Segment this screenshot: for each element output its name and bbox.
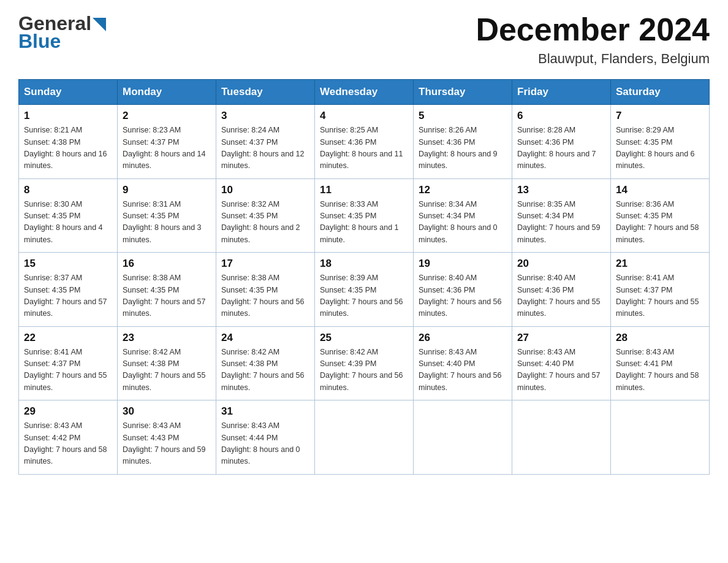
table-row: 21Sunrise: 8:41 AMSunset: 4:37 PMDayligh… — [611, 253, 710, 327]
table-row: 19Sunrise: 8:40 AMSunset: 4:36 PMDayligh… — [414, 253, 512, 327]
day-number: 18 — [320, 258, 408, 270]
logo: General Blue — [18, 12, 106, 53]
day-info: Sunrise: 8:37 AMSunset: 4:35 PMDaylight:… — [24, 272, 112, 320]
col-tuesday: Tuesday — [216, 80, 315, 105]
title-area: December 2024 Blauwput, Flanders, Belgiu… — [476, 12, 710, 67]
table-row: 8Sunrise: 8:30 AMSunset: 4:35 PMDaylight… — [19, 178, 118, 253]
day-number: 11 — [320, 184, 408, 196]
table-row: 5Sunrise: 8:26 AMSunset: 4:36 PMDaylight… — [414, 105, 512, 179]
table-row — [414, 400, 512, 475]
table-row — [512, 400, 611, 475]
table-row: 17Sunrise: 8:38 AMSunset: 4:35 PMDayligh… — [216, 253, 315, 327]
table-row: 23Sunrise: 8:42 AMSunset: 4:38 PMDayligh… — [118, 326, 216, 400]
page-header: General Blue December 2024 Blauwput, Fla… — [18, 12, 710, 67]
table-row: 3Sunrise: 8:24 AMSunset: 4:37 PMDaylight… — [216, 105, 315, 179]
table-row: 1Sunrise: 8:21 AMSunset: 4:38 PMDaylight… — [19, 105, 118, 179]
col-monday: Monday — [118, 80, 216, 105]
day-number: 21 — [616, 258, 704, 270]
col-wednesday: Wednesday — [315, 80, 414, 105]
day-number: 30 — [123, 405, 211, 418]
col-saturday: Saturday — [611, 80, 710, 105]
table-row — [611, 400, 710, 475]
day-number: 14 — [616, 184, 704, 196]
calendar-week-row: 1Sunrise: 8:21 AMSunset: 4:38 PMDaylight… — [19, 105, 710, 179]
day-number: 23 — [123, 332, 211, 344]
month-title: December 2024 — [476, 12, 710, 47]
day-info: Sunrise: 8:38 AMSunset: 4:35 PMDaylight:… — [123, 272, 211, 320]
table-row: 31Sunrise: 8:43 AMSunset: 4:44 PMDayligh… — [216, 400, 315, 475]
day-info: Sunrise: 8:43 AMSunset: 4:44 PMDaylight:… — [221, 420, 309, 468]
day-number: 12 — [419, 184, 507, 196]
table-row: 24Sunrise: 8:42 AMSunset: 4:38 PMDayligh… — [216, 326, 315, 400]
day-info: Sunrise: 8:35 AMSunset: 4:34 PMDaylight:… — [517, 199, 605, 247]
table-row: 20Sunrise: 8:40 AMSunset: 4:36 PMDayligh… — [512, 253, 611, 327]
table-row: 27Sunrise: 8:43 AMSunset: 4:40 PMDayligh… — [512, 326, 611, 400]
table-row — [315, 400, 414, 475]
day-info: Sunrise: 8:31 AMSunset: 4:35 PMDaylight:… — [123, 199, 211, 247]
day-number: 9 — [123, 184, 211, 196]
day-info: Sunrise: 8:36 AMSunset: 4:35 PMDaylight:… — [616, 199, 704, 247]
day-number: 22 — [24, 332, 112, 344]
day-info: Sunrise: 8:32 AMSunset: 4:35 PMDaylight:… — [221, 199, 309, 247]
day-info: Sunrise: 8:30 AMSunset: 4:35 PMDaylight:… — [24, 199, 112, 247]
day-number: 8 — [24, 184, 112, 196]
day-info: Sunrise: 8:39 AMSunset: 4:35 PMDaylight:… — [320, 272, 408, 320]
table-row: 11Sunrise: 8:33 AMSunset: 4:35 PMDayligh… — [315, 178, 414, 253]
day-info: Sunrise: 8:26 AMSunset: 4:36 PMDaylight:… — [419, 124, 507, 172]
col-friday: Friday — [512, 80, 611, 105]
day-info: Sunrise: 8:40 AMSunset: 4:36 PMDaylight:… — [517, 272, 605, 320]
day-info: Sunrise: 8:21 AMSunset: 4:38 PMDaylight:… — [24, 124, 112, 172]
day-info: Sunrise: 8:33 AMSunset: 4:35 PMDaylight:… — [320, 199, 408, 247]
day-number: 24 — [221, 332, 309, 344]
day-info: Sunrise: 8:40 AMSunset: 4:36 PMDaylight:… — [419, 272, 507, 320]
calendar-week-row: 22Sunrise: 8:41 AMSunset: 4:37 PMDayligh… — [19, 326, 710, 400]
calendar-table: Sunday Monday Tuesday Wednesday Thursday… — [18, 79, 710, 475]
day-number: 19 — [419, 258, 507, 270]
day-number: 13 — [517, 184, 605, 196]
day-info: Sunrise: 8:43 AMSunset: 4:40 PMDaylight:… — [419, 347, 507, 394]
svg-marker-0 — [93, 18, 106, 31]
table-row: 4Sunrise: 8:25 AMSunset: 4:36 PMDaylight… — [315, 105, 414, 179]
table-row: 6Sunrise: 8:28 AMSunset: 4:36 PMDaylight… — [512, 105, 611, 179]
day-number: 3 — [221, 110, 309, 122]
day-number: 26 — [419, 332, 507, 344]
day-info: Sunrise: 8:43 AMSunset: 4:40 PMDaylight:… — [517, 347, 605, 394]
table-row: 25Sunrise: 8:42 AMSunset: 4:39 PMDayligh… — [315, 326, 414, 400]
day-info: Sunrise: 8:43 AMSunset: 4:41 PMDaylight:… — [616, 347, 704, 394]
table-row: 13Sunrise: 8:35 AMSunset: 4:34 PMDayligh… — [512, 178, 611, 253]
col-sunday: Sunday — [19, 80, 118, 105]
table-row: 26Sunrise: 8:43 AMSunset: 4:40 PMDayligh… — [414, 326, 512, 400]
table-row: 2Sunrise: 8:23 AMSunset: 4:37 PMDaylight… — [118, 105, 216, 179]
day-number: 16 — [123, 258, 211, 270]
table-row: 22Sunrise: 8:41 AMSunset: 4:37 PMDayligh… — [19, 326, 118, 400]
table-row: 30Sunrise: 8:43 AMSunset: 4:43 PMDayligh… — [118, 400, 216, 475]
day-info: Sunrise: 8:23 AMSunset: 4:37 PMDaylight:… — [123, 124, 211, 172]
day-number: 1 — [24, 110, 112, 122]
day-info: Sunrise: 8:28 AMSunset: 4:36 PMDaylight:… — [517, 124, 605, 172]
day-info: Sunrise: 8:38 AMSunset: 4:35 PMDaylight:… — [221, 272, 309, 320]
table-row: 14Sunrise: 8:36 AMSunset: 4:35 PMDayligh… — [611, 178, 710, 253]
day-number: 28 — [616, 332, 704, 344]
day-info: Sunrise: 8:25 AMSunset: 4:36 PMDaylight:… — [320, 124, 408, 172]
day-number: 29 — [24, 405, 112, 418]
day-number: 5 — [419, 110, 507, 122]
table-row: 28Sunrise: 8:43 AMSunset: 4:41 PMDayligh… — [611, 326, 710, 400]
day-info: Sunrise: 8:42 AMSunset: 4:38 PMDaylight:… — [123, 347, 211, 394]
calendar-header-row: Sunday Monday Tuesday Wednesday Thursday… — [19, 80, 710, 105]
day-number: 31 — [221, 405, 309, 418]
day-info: Sunrise: 8:24 AMSunset: 4:37 PMDaylight:… — [221, 124, 309, 172]
day-number: 27 — [517, 332, 605, 344]
day-number: 4 — [320, 110, 408, 122]
table-row: 29Sunrise: 8:43 AMSunset: 4:42 PMDayligh… — [19, 400, 118, 475]
day-number: 20 — [517, 258, 605, 270]
day-info: Sunrise: 8:42 AMSunset: 4:38 PMDaylight:… — [221, 347, 309, 394]
day-number: 17 — [221, 258, 309, 270]
day-info: Sunrise: 8:43 AMSunset: 4:42 PMDaylight:… — [24, 420, 112, 468]
table-row: 15Sunrise: 8:37 AMSunset: 4:35 PMDayligh… — [19, 253, 118, 327]
day-number: 7 — [616, 110, 704, 122]
day-number: 10 — [221, 184, 309, 196]
day-info: Sunrise: 8:43 AMSunset: 4:43 PMDaylight:… — [123, 420, 211, 468]
day-info: Sunrise: 8:42 AMSunset: 4:39 PMDaylight:… — [320, 347, 408, 394]
day-info: Sunrise: 8:34 AMSunset: 4:34 PMDaylight:… — [419, 199, 507, 247]
calendar-week-row: 15Sunrise: 8:37 AMSunset: 4:35 PMDayligh… — [19, 253, 710, 327]
